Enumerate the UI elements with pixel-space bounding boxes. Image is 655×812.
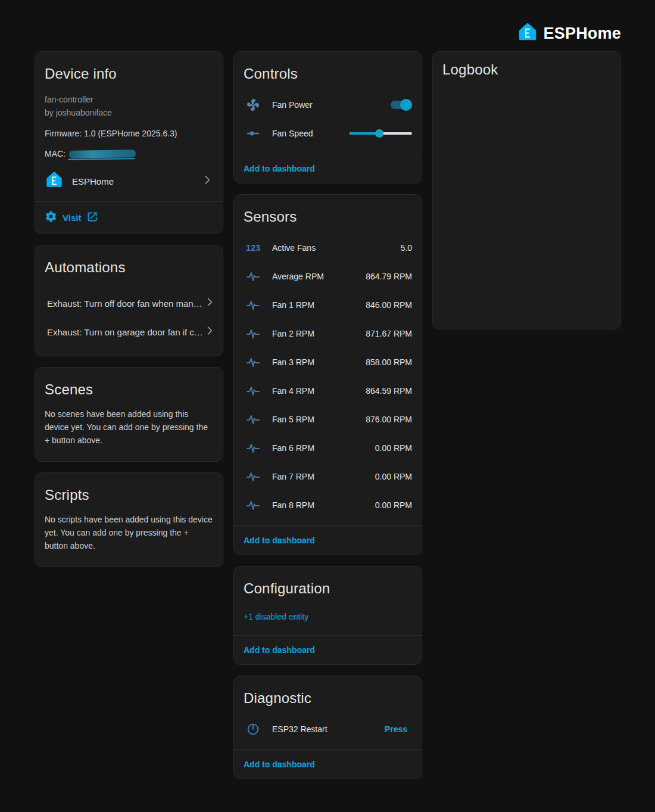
fan-icon (246, 98, 272, 112)
fan-power-label: Fan Power (272, 100, 391, 110)
scenes-title: Scenes (35, 368, 223, 403)
scenes-card: Scenes No scenes have been added using t… (35, 367, 223, 462)
sensor-label: Fan 5 RPM (272, 415, 366, 424)
sensor-label: Fan 7 RPM (272, 472, 375, 481)
sensors-title: Sensors (234, 195, 422, 230)
fan-speed-row[interactable]: Fan Speed (234, 119, 422, 148)
pulse-icon (246, 326, 272, 341)
sensor-row[interactable]: Fan 7 RPM0.00 RPM (234, 462, 422, 491)
sensor-row[interactable]: Average RPM864.79 RPM (234, 262, 422, 291)
sensor-row[interactable]: Fan 2 RPM871.67 RPM (234, 319, 422, 348)
brand-title: ESPHome (544, 24, 621, 43)
sensor-label: Average RPM (272, 272, 366, 281)
slider-icon (246, 126, 272, 141)
sensor-value: 864.79 RPM (366, 272, 412, 281)
scenes-empty-text: No scenes have been added using this dev… (35, 403, 223, 461)
right-column: Logbook (432, 51, 621, 329)
sensor-label: Fan 3 RPM (272, 357, 366, 367)
page-header: ESPHome (0, 0, 655, 51)
esphome-logo-icon (517, 21, 538, 45)
sensor-label: Fan 1 RPM (272, 300, 366, 310)
press-button[interactable]: Press (380, 722, 412, 736)
fan-speed-label: Fan Speed (272, 129, 350, 138)
automation-row[interactable]: Exhaust: Turn on garage door fan if co… (35, 318, 223, 346)
numeric-icon: 123 (246, 243, 272, 253)
pulse-icon (246, 355, 272, 369)
firmware-line: Firmware: 1.0 (ESPHome 2025.6.3) (45, 127, 213, 139)
device-page: ESPHome Device info fan-controller by jo… (0, 0, 655, 812)
sensor-label: Fan 8 RPM (272, 500, 375, 510)
slider-knob[interactable] (375, 129, 383, 138)
configuration-card: Configuration +1 disabled entity Add to … (233, 566, 422, 665)
chevron-right-icon (201, 174, 213, 188)
esp32-restart-row[interactable]: ESP32 Restart Press (234, 715, 422, 743)
add-to-dashboard-link[interactable]: Add to dashboard (244, 760, 315, 769)
sensor-row[interactable]: Fan 6 RPM0.00 RPM (234, 434, 422, 462)
automations-title: Automations (35, 245, 223, 281)
sensor-row[interactable]: Fan 5 RPM876.00 RPM (234, 405, 422, 434)
visit-link[interactable]: Visit (45, 210, 98, 225)
fan-speed-slider[interactable] (350, 129, 412, 138)
sensor-row[interactable]: Fan 3 RPM858.00 RPM (234, 348, 422, 377)
sensor-value: 864.59 RPM (366, 386, 412, 396)
pulse-icon (246, 469, 272, 484)
device-by-line: by joshuaboniface (45, 106, 213, 119)
scripts-title: Scripts (35, 473, 223, 508)
sensor-value: 0.00 RPM (375, 472, 412, 481)
esphome-logo-icon (45, 170, 64, 192)
sensor-label: Fan 6 RPM (272, 443, 375, 453)
left-column: Device info fan-controller by joshuaboni… (35, 51, 223, 567)
configuration-title: Configuration (234, 567, 422, 602)
scripts-empty-text: No scripts have been added using this de… (35, 508, 223, 567)
sensor-label: Fan 4 RPM (272, 386, 366, 396)
mac-redaction (69, 150, 136, 158)
controls-card: Controls Fan Power (233, 51, 422, 183)
sensor-label: Fan 2 RPM (272, 329, 366, 338)
add-to-dashboard-link[interactable]: Add to dashboard (244, 164, 315, 173)
sensor-row[interactable]: Fan 4 RPM864.59 RPM (234, 377, 422, 405)
scripts-card: Scripts No scripts have been added using… (35, 472, 223, 567)
esphome-brand: ESPHome (517, 21, 621, 45)
fan-power-row[interactable]: Fan Power (234, 91, 422, 119)
restart-label: ESP32 Restart (272, 724, 380, 734)
logbook-card: Logbook (432, 51, 621, 329)
automation-row[interactable]: Exhaust: Turn off door fan when man d… (35, 289, 223, 318)
add-to-dashboard-link[interactable]: Add to dashboard (244, 536, 315, 545)
add-to-dashboard-link[interactable]: Add to dashboard (244, 645, 315, 655)
automation-label: Exhaust: Turn off door fan when man d… (47, 298, 204, 309)
fan-power-toggle[interactable] (391, 101, 412, 109)
integration-row-esphome[interactable]: ESPHome (35, 160, 223, 201)
pulse-icon (246, 498, 272, 512)
automation-label: Exhaust: Turn on garage door fan if co… (47, 327, 204, 337)
sensor-row[interactable]: Fan 8 RPM0.00 RPM (234, 491, 422, 519)
disabled-entities-link[interactable]: +1 disabled entity (244, 612, 308, 621)
gear-icon (45, 210, 57, 225)
pulse-icon (246, 384, 272, 398)
device-name: fan-controller (45, 93, 213, 106)
sensor-value: 846.00 RPM (366, 300, 412, 310)
open-in-new-icon (86, 211, 98, 225)
sensor-value: 858.00 RPM (366, 357, 412, 367)
sensor-value: 0.00 RPM (375, 500, 412, 510)
automations-card: Automations Exhaust: Turn off door fan w… (35, 245, 223, 356)
chevron-right-icon (204, 325, 216, 339)
sensor-value: 871.67 RPM (366, 329, 412, 338)
mac-label: MAC: (45, 148, 66, 160)
logbook-title: Logbook (433, 52, 620, 83)
sensor-row[interactable]: Fan 1 RPM846.00 RPM (234, 291, 422, 319)
pulse-icon (246, 298, 272, 312)
pulse-icon (246, 269, 272, 284)
visit-label: Visit (63, 213, 81, 223)
sensor-label: Active Fans (272, 243, 401, 253)
sensor-value: 0.00 RPM (375, 443, 412, 453)
integration-name: ESPHome (72, 176, 193, 186)
device-info-title: Device info (35, 52, 223, 87)
pulse-icon (246, 412, 272, 427)
sensor-value: 876.00 RPM (366, 415, 412, 424)
sensor-value: 5.0 (401, 243, 412, 253)
controls-title: Controls (234, 52, 422, 87)
pulse-icon (246, 441, 272, 455)
sensor-row-active-fans[interactable]: 123 Active Fans 5.0 (234, 234, 422, 262)
device-info-card: Device info fan-controller by joshuaboni… (35, 51, 223, 234)
diagnostic-title: Diagnostic (234, 676, 422, 711)
